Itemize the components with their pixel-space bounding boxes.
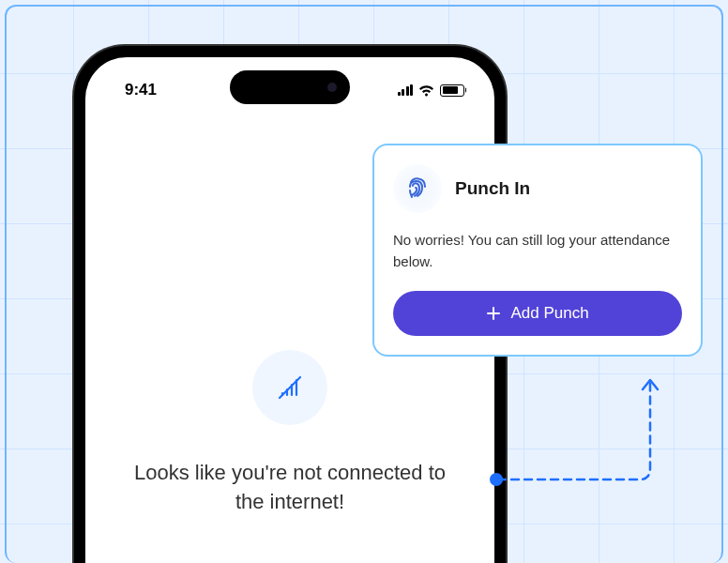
add-punch-button[interactable]: Add Punch — [393, 291, 682, 336]
fingerprint-icon-container — [393, 164, 442, 213]
connector-line — [494, 374, 660, 487]
wifi-icon — [418, 84, 434, 97]
canvas-frame: 9:41 — [5, 5, 723, 563]
offline-message: Looks like you're not connected to the i… — [85, 459, 494, 517]
dynamic-island — [230, 70, 350, 104]
card-title: Punch In — [455, 178, 530, 199]
cellular-signal-icon — [398, 84, 414, 96]
no-connection-icon — [273, 371, 307, 404]
connector-dot — [490, 473, 503, 486]
status-indicators — [398, 84, 465, 97]
card-header: Punch In — [393, 164, 682, 213]
card-description: No worries! You can still log your atten… — [393, 230, 682, 272]
plus-icon — [486, 306, 501, 321]
offline-icon-container — [252, 350, 327, 425]
battery-icon — [440, 84, 464, 97]
fingerprint-icon — [404, 175, 431, 202]
status-time: 9:41 — [125, 81, 157, 99]
punch-in-card: Punch In No worries! You can still log y… — [372, 144, 703, 357]
add-punch-label: Add Punch — [510, 304, 588, 323]
